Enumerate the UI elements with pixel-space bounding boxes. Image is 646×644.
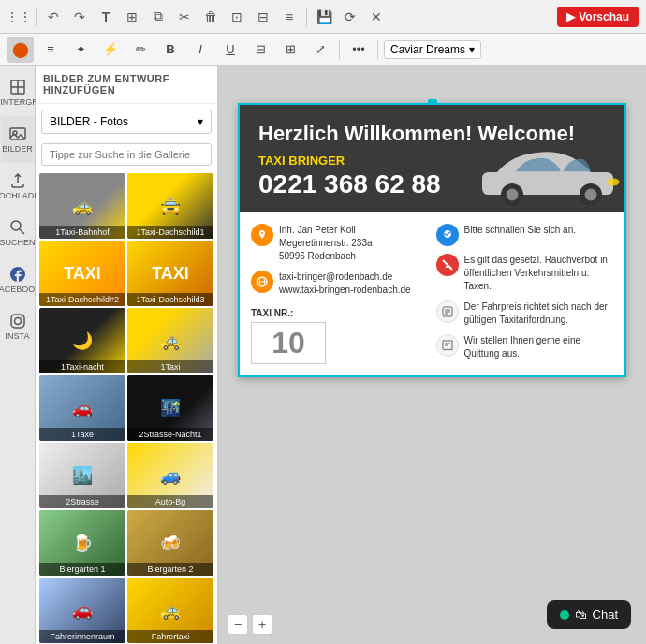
svg-point-14 [585,189,597,201]
tool-separator2 [377,40,378,59]
italic-button[interactable]: I [187,37,213,63]
list-item[interactable]: 🌃 2Strasse-Nacht1 [127,375,213,441]
eraser-button[interactable]: ✏ [127,37,154,63]
sidebar-label: HINTERGR. [0,97,40,107]
list-item[interactable]: 🚕 Fahrertaxi [127,578,213,643]
flyer-right: Bitte schnallen Sie sich an. Es gilt das… [436,224,614,364]
sidebar-item-images[interactable]: BILDER [1,116,35,163]
panel-header: BILDER ZUM ENTWURF HINZUFÜGEN [36,66,217,104]
image-label: 2Strasse [39,495,125,508]
contact-city: 50996 Rodenbach [279,251,356,261]
justify-button[interactable]: ⊞ [277,37,303,63]
svg-line-6 [20,229,24,234]
zoom-out-button[interactable]: − [228,614,248,635]
nosmoking-row: Es gilt das gesetzl. Rauchverbot in öffe… [436,254,614,293]
grid-icon[interactable]: ⋮⋮ [7,6,30,28]
duplicate-icon[interactable]: ⊡ [226,6,248,28]
more-button[interactable]: ••• [345,37,372,63]
email: taxi-bringer@rodenbach.de [279,271,392,282]
redo-button[interactable]: ↷ [68,6,91,28]
contact-address: Inh. Jan Peter Koll Megeretinnenstr. 233… [279,224,373,263]
image-label: 1Taxi-Bahnhof [39,226,125,239]
list-item[interactable]: 🚖 1Taxi-Dachschild1 [127,173,213,239]
list-item[interactable]: 🚗 1Taxe [39,375,125,441]
flyer-car-image [475,135,624,212]
list-item[interactable]: 🚕 1Taxi [127,308,213,373]
trash-icon[interactable]: 🗑 [199,6,222,28]
chat-button[interactable]: 🛍 Chat [547,600,631,629]
flyer-header: Herzlich Willkommen! Welcome! TAXI BRING… [240,105,624,212]
taxi-nr-section: TAXI NR.: 10 [251,308,429,364]
web-icon [251,271,273,293]
svg-rect-7 [11,315,24,328]
flyer-left: Inh. Jan Peter Koll Megeretinnenstr. 233… [251,224,429,364]
close-icon[interactable]: ✕ [365,6,388,28]
zoom-controls: − + [228,614,272,635]
flyer: Herzlich Willkommen! Welcome! TAXI BRING… [238,103,626,377]
scissors-icon[interactable]: ✂ [173,6,196,28]
list-item[interactable]: 🚕 1Taxi-Bahnhof [39,173,125,239]
sidebar-item-instagram[interactable]: INSTA [1,303,35,350]
nosmoking-icon [436,254,459,276]
main-area: HINTERGR. BILDER HOCHLADE. SUCHEN FACEBO… [0,66,646,644]
underline-button[interactable]: U [217,37,243,63]
sidebar-item-facebook[interactable]: FACEBOOK [1,256,35,303]
image-label: 1Taxi-nacht [39,360,125,373]
receipt-icon [436,334,459,357]
image-label: Biergarten 1 [39,563,125,576]
image-label: 1Taxe [39,428,125,441]
sidebar-item-background[interactable]: HINTERGR. [1,69,35,116]
sparkle-button[interactable]: ✦ [67,37,94,63]
font-selector[interactable]: Caviar Dreams ▾ [384,40,481,59]
list-item[interactable]: 🍻 Biergarten 2 [127,510,213,576]
list-item[interactable]: 🚗 Fahrerinnenraum [39,578,125,643]
refresh-icon[interactable]: ⟳ [339,6,361,28]
image-label: 1Taxi [127,360,213,373]
second-toolbar: ⬤ ≡ ✦ ⚡ ✏ B I U ⊟ ⊞ ⤢ ••• Caviar Dreams … [0,34,646,66]
list-item[interactable]: 🌙 1Taxi-nacht [39,308,125,373]
image-label: 2Strasse-Nacht1 [127,428,213,441]
copy-icon[interactable]: ⧉ [147,6,169,28]
svg-point-9 [21,316,22,318]
contact-name: Inh. Jan Peter Koll [279,225,356,235]
palette-button[interactable]: ⬤ [7,37,34,63]
search-input[interactable] [41,143,212,166]
contact-web: taxi-bringer@rodenbach.de www.taxi-bring… [279,271,411,297]
svg-point-8 [14,318,21,325]
sidebar-item-search[interactable]: SUCHEN [1,210,35,256]
dropdown-arrow: ▾ [469,43,475,56]
arrange-icon[interactable]: ⊟ [252,6,274,28]
panel-dropdown[interactable]: BILDER - Fotos ▾ [41,110,212,134]
undo-button[interactable]: ↶ [42,6,65,28]
save-icon[interactable]: 💾 [313,6,335,28]
image-label: 1Taxi-Dachschild#2 [39,293,125,306]
preview-icon: ▶ [566,10,575,23]
expand-button[interactable]: ⤢ [307,37,333,63]
text-icon[interactable]: T [95,6,117,28]
svg-point-5 [11,221,21,230]
canvas-area[interactable]: Herzlich Willkommen! Welcome! TAXI BRING… [218,66,646,644]
layers-icon[interactable]: ⊞ [121,6,143,28]
list-item[interactable]: 🏙️ 2Strasse [39,443,125,508]
sidebar-item-upload[interactable]: HOCHLADE. [1,163,35,210]
preview-button[interactable]: ▶ Vorschau [557,7,639,27]
bold-button[interactable]: B [157,37,184,63]
stack-icon[interactable]: ≡ [278,6,301,28]
info1-text: Bitte schnallen Sie sich an. [464,224,577,237]
image-label: Fahrerinnenraum [39,630,125,643]
list-item[interactable]: TAXI 1Taxi-Dachschild3 [127,241,213,306]
lightning-button[interactable]: ⚡ [97,37,124,63]
tariff-icon [436,300,459,323]
preview-label: Vorschau [579,10,629,23]
svg-point-12 [507,189,519,201]
list-item[interactable]: 🍺 Biergarten 1 [39,510,125,576]
seatbelt-icon [436,224,459,246]
info2-text: Es gilt das gesetzl. Rauchverbot in öffe… [464,254,614,293]
list-item[interactable]: 🚙 Auto-Bg [127,443,213,508]
shopify-icon: 🛍 [575,607,587,622]
align-button[interactable]: ⊟ [247,37,273,63]
align-left-button[interactable]: ≡ [37,37,64,63]
list-item[interactable]: TAXI 1Taxi-Dachschild#2 [39,241,125,306]
chat-online-indicator [560,610,569,620]
zoom-in-button[interactable]: + [252,614,272,635]
